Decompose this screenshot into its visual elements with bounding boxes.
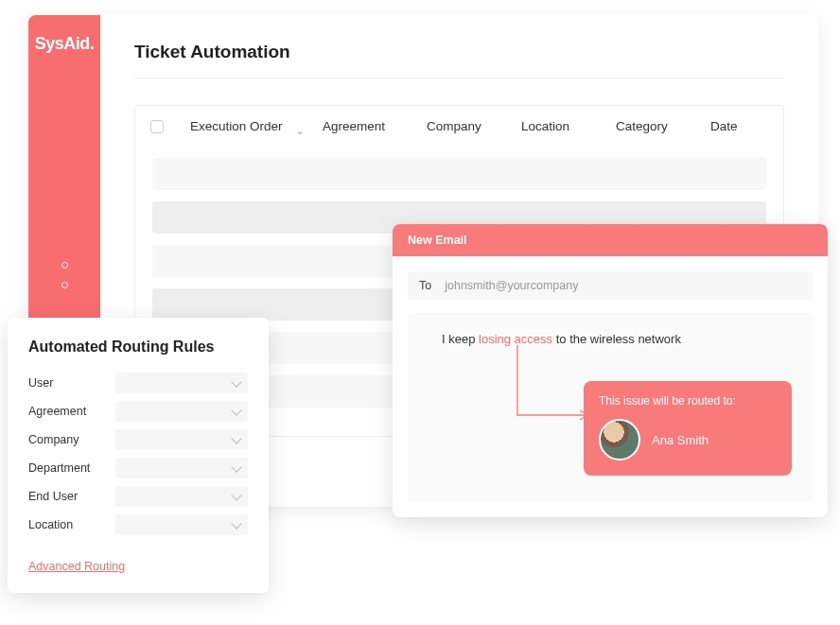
logo: SysAid.: [35, 34, 95, 54]
to-label: To: [419, 279, 431, 292]
chevron-down-icon: [231, 433, 241, 443]
page-title: Ticket Automation: [134, 42, 784, 78]
rule-row-end-user: End User: [28, 486, 248, 507]
rule-label: Agreement: [28, 405, 86, 418]
rule-label: Department: [28, 461, 90, 475]
chevron-down-icon: [231, 405, 241, 415]
rule-label: End User: [28, 490, 78, 503]
select-all-checkbox[interactable]: [150, 120, 164, 133]
email-card: New Email To johnsmith@yourcompany I kee…: [393, 224, 828, 517]
nav-dot-icon[interactable]: [61, 262, 68, 269]
column-agreement[interactable]: Agreement: [323, 119, 417, 133]
email-to-row: To johnsmith@yourcompany: [408, 271, 813, 300]
email-message-box[interactable]: I keep losing access to the wireless net…: [408, 313, 813, 502]
column-company[interactable]: Company: [427, 119, 512, 133]
column-date[interactable]: Date: [710, 119, 767, 133]
chevron-down-icon: [231, 376, 241, 387]
routing-rules-card: Automated Routing Rules User Agreement C…: [8, 318, 269, 593]
rule-row-user: User: [28, 373, 248, 393]
rule-label: Location: [28, 518, 73, 531]
nav-dots: [61, 262, 68, 288]
rule-row-company: Company: [28, 429, 248, 450]
rule-row-department: Department: [28, 458, 248, 478]
agreement-select[interactable]: [115, 401, 248, 422]
chevron-down-icon: [231, 490, 241, 500]
chevron-down-icon: [231, 518, 241, 529]
rule-row-location: Location: [28, 514, 248, 535]
to-value[interactable]: johnsmith@yourcompany: [445, 279, 578, 292]
department-select[interactable]: [115, 458, 248, 478]
logo-text: SysAid: [35, 34, 90, 53]
table-header: Execution Order ⌄ Agreement Company Loca…: [135, 106, 783, 147]
email-header: New Email: [393, 224, 828, 256]
column-category[interactable]: Category: [616, 119, 701, 133]
end-user-select[interactable]: [115, 486, 248, 507]
routing-callout: This issue will be routed to: Ana Smith: [584, 381, 792, 476]
rule-label: User: [28, 376, 53, 390]
location-select[interactable]: [115, 514, 248, 535]
agent-name: Ana Smith: [652, 433, 709, 447]
nav-dot-icon[interactable]: [61, 282, 68, 288]
rule-row-agreement: Agreement: [28, 401, 248, 422]
advanced-routing-link[interactable]: Advanced Routing: [28, 560, 125, 573]
agent-row: Ana Smith: [599, 419, 777, 460]
logo-dot: .: [90, 34, 95, 53]
company-select[interactable]: [115, 429, 248, 450]
user-select[interactable]: [115, 373, 248, 393]
email-body: To johnsmith@yourcompany I keep losing a…: [393, 256, 828, 517]
routing-title: Automated Routing Rules: [28, 339, 248, 356]
column-execution-order[interactable]: Execution Order ⌄: [190, 119, 313, 133]
chevron-down-icon: [231, 461, 241, 472]
email-message-text: I keep losing access to the wireless net…: [442, 332, 792, 346]
table-row[interactable]: [152, 158, 766, 190]
sort-icon: ⌄: [296, 126, 304, 136]
rule-label: Company: [28, 433, 79, 446]
avatar: [599, 419, 640, 460]
column-location[interactable]: Location: [521, 119, 606, 133]
callout-title: This issue will be routed to:: [599, 394, 777, 408]
highlight-text: losing access: [479, 332, 552, 346]
